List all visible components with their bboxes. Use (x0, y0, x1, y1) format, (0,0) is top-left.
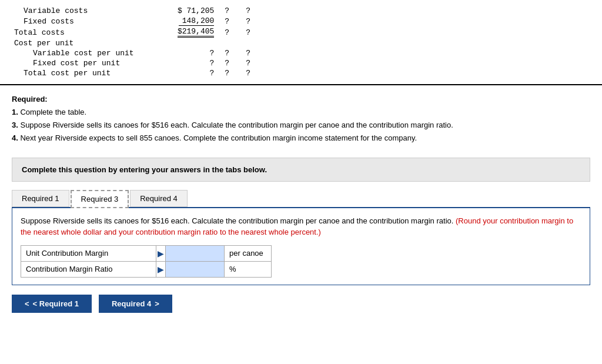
row-q1: ? (216, 68, 238, 78)
contribution-margin-ratio-label: Contribution Margin Ratio (21, 261, 156, 277)
complete-instruction-box: Complete this question by entering your … (12, 158, 590, 182)
row-q2: ? (238, 6, 259, 16)
tab-content-required3: Suppose Riverside sells its canoes for $… (12, 208, 590, 285)
table-row: Total costs $219,405 ? ? (12, 26, 259, 38)
navigation-buttons: < < Required 1 Required 4 > (12, 295, 590, 319)
row-label: Total cost per unit (12, 68, 160, 78)
prev-button-label: < Required 1 (33, 299, 79, 308)
row-q2 (238, 38, 259, 48)
row-q1: ? (216, 26, 238, 38)
prev-required-1-button[interactable]: < < Required 1 (12, 295, 92, 313)
table-row-contribution-margin-ratio: Contribution Margin Ratio ▶ % (21, 261, 272, 277)
row-value: $219,405 (160, 26, 217, 38)
row-q1: ? (216, 48, 238, 58)
row-q2: ? (238, 16, 259, 26)
row-value: $ 71,205 (160, 6, 217, 16)
table-row: Cost per unit (12, 38, 259, 48)
row-label: Fixed cost per unit (12, 58, 160, 68)
row-value: ? (160, 48, 217, 58)
tab-required-1[interactable]: Required 1 (12, 190, 69, 207)
row-q1: ? (216, 16, 238, 26)
tab-description: Suppose Riverside sells its canoes for $… (21, 215, 581, 238)
unit-contribution-margin-label: Unit Contribution Margin (21, 245, 156, 261)
contribution-margin-ratio-input[interactable] (166, 262, 224, 277)
row-q2: ? (238, 58, 259, 68)
required-header: Required: (12, 93, 590, 105)
cost-table: Variable costs $ 71,205 ? ? Fixed costs … (12, 6, 259, 78)
arrow-icon-ucm: ▶ (156, 245, 166, 261)
instruction-item-3: 3. Suppose Riverside sells its canoes fo… (12, 119, 590, 131)
chevron-left-icon: < (25, 299, 29, 308)
row-q1: ? (216, 6, 238, 16)
instruction-item-4: 4. Next year Riverside expects to sell 8… (12, 132, 590, 144)
table-row: Total cost per unit ? ? ? (12, 68, 259, 78)
row-label: Variable costs (12, 6, 160, 16)
row-q1 (216, 38, 238, 48)
instruction-item-1: 1. Complete the table. (12, 106, 590, 118)
table-row: Variable costs $ 71,205 ? ? (12, 6, 259, 16)
tab-required-4[interactable]: Required 4 (130, 190, 188, 207)
chevron-right-icon: > (155, 299, 159, 308)
next-button-label: Required 4 (112, 299, 151, 308)
cost-table-section: Variable costs $ 71,205 ? ? Fixed costs … (0, 0, 602, 85)
row-label: Cost per unit (12, 38, 160, 48)
table-row-unit-contribution-margin: Unit Contribution Margin ▶ per canoe (21, 245, 272, 261)
unit-contribution-margin-input-cell[interactable] (166, 245, 225, 261)
row-q2: ? (238, 26, 259, 38)
unit-label-percent: % (225, 261, 272, 277)
row-q2: ? (238, 48, 259, 58)
table-row: Fixed costs 148,200 ? ? (12, 16, 259, 26)
instructions-section: Required: 1. Complete the table. 3. Supp… (0, 85, 602, 152)
row-value: 148,200 (160, 16, 217, 26)
next-required-4-button[interactable]: Required 4 > (99, 295, 172, 313)
row-q1: ? (216, 58, 238, 68)
description-black-text: Suppose Riverside sells its canoes for $… (21, 216, 453, 225)
tabs-bar: Required 1 Required 3 Required 4 (12, 189, 590, 208)
input-data-table: Unit Contribution Margin ▶ per canoe Con… (21, 245, 272, 278)
unit-contribution-margin-input[interactable] (166, 246, 224, 261)
row-value (160, 38, 217, 48)
arrow-icon-cmr: ▶ (156, 261, 166, 277)
row-value: ? (160, 68, 217, 78)
table-row: Variable cost per unit ? ? ? (12, 48, 259, 58)
row-q2: ? (238, 68, 259, 78)
unit-label-per-canoe: per canoe (225, 245, 272, 261)
tab-required-3[interactable]: Required 3 (71, 190, 129, 208)
row-label: Total costs (12, 26, 160, 38)
contribution-margin-ratio-input-cell[interactable] (166, 261, 225, 277)
row-value: ? (160, 58, 217, 68)
row-label: Variable cost per unit (12, 48, 160, 58)
row-label: Fixed costs (12, 16, 160, 26)
table-row: Fixed cost per unit ? ? ? (12, 58, 259, 68)
